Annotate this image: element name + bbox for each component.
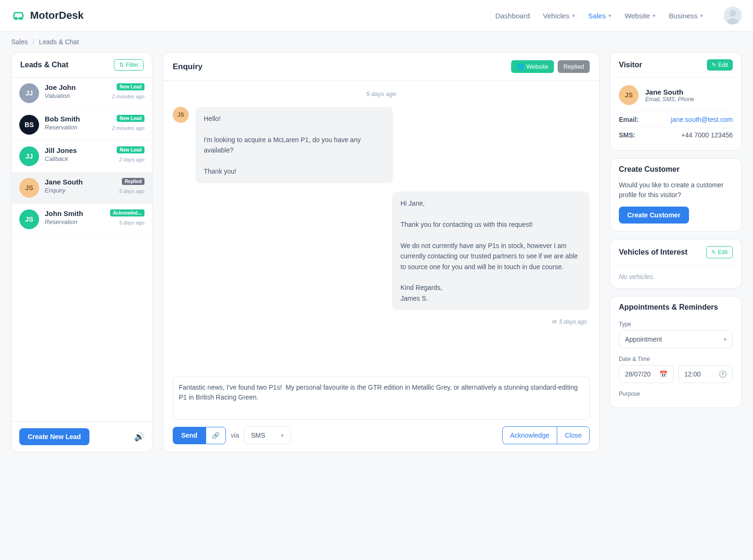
filter-icon: ⇅ bbox=[119, 62, 124, 68]
create-customer-button[interactable]: Create Customer bbox=[619, 207, 689, 224]
car-logo-icon bbox=[11, 8, 25, 23]
msg-time: ✉ 5 days ago bbox=[173, 319, 590, 325]
nav-vehicles[interactable]: Vehicles▾ bbox=[543, 12, 575, 20]
lead-avatar: BS bbox=[19, 115, 39, 135]
lead-type: Enquiry bbox=[45, 187, 65, 194]
visitor-email[interactable]: jane.south@test.com bbox=[671, 116, 733, 123]
compose-textarea[interactable] bbox=[173, 376, 590, 420]
appt-title: Appointments & Reminders bbox=[619, 303, 718, 312]
lead-name: Bob Smith bbox=[45, 115, 80, 123]
lead-item[interactable]: JS Jane South Replied Enquiry 5 days ago bbox=[12, 172, 152, 204]
lead-badge: New Lead bbox=[117, 83, 144, 90]
lead-badge: New Lead bbox=[117, 115, 144, 122]
visitor-sms: +44 7000 123456 bbox=[681, 131, 733, 139]
lead-time: 5 days ago bbox=[119, 220, 144, 225]
lead-name: Jane South bbox=[45, 178, 83, 186]
date-input[interactable]: 28/07/20 📅 bbox=[619, 365, 673, 383]
visitor-edit-button[interactable]: ✎ Edit bbox=[707, 59, 733, 71]
visitor-channels: Email, SMS, Phone bbox=[645, 96, 694, 103]
channel-select[interactable]: SMS ▾ bbox=[244, 426, 291, 444]
vehicles-title: Vehicles of Interest bbox=[619, 248, 688, 256]
nav-business[interactable]: Business▾ bbox=[669, 12, 703, 20]
chevron-down-icon: ▾ bbox=[700, 13, 703, 19]
acknowledge-button[interactable]: Acknowledge bbox=[502, 426, 557, 444]
create-customer-text: Would you like to create a customer prof… bbox=[619, 180, 733, 200]
lead-time: 2 minutes ago bbox=[112, 125, 144, 131]
chevron-down-icon: ▾ bbox=[653, 13, 656, 19]
lead-name: Joe John bbox=[45, 83, 76, 91]
lead-item[interactable]: BS Bob Smith New Lead Reservation 2 minu… bbox=[12, 109, 152, 141]
avatar-icon bbox=[724, 7, 742, 24]
send-button[interactable]: Send bbox=[173, 427, 206, 444]
close-button[interactable]: Close bbox=[557, 426, 590, 444]
lead-avatar: JS bbox=[19, 178, 39, 198]
website-badge: 🌐 Website bbox=[511, 60, 554, 73]
status-badge: Replied bbox=[558, 60, 590, 73]
lead-list: JJ Joe John New Lead Valuation 2 minutes… bbox=[12, 78, 152, 421]
msg-bubble: Hello! I'm looking to acquire a McLaren … bbox=[195, 107, 393, 183]
msg-bubble: Hi Jane, Thank you for contacting us wit… bbox=[392, 192, 590, 310]
create-lead-button[interactable]: Create New Lead bbox=[19, 428, 89, 445]
vehicles-edit-button[interactable]: ✎ Edit bbox=[706, 246, 733, 258]
breadcrumb: Sales / Leads & Chat bbox=[0, 32, 753, 52]
logo[interactable]: MotorDesk bbox=[11, 8, 84, 23]
visitor-title: Visitor bbox=[619, 61, 642, 69]
lead-name: John Smith bbox=[45, 209, 83, 217]
chevron-down-icon: ▾ bbox=[572, 13, 575, 19]
lead-name: Jill Jones bbox=[45, 146, 77, 154]
chevron-down-icon: ▾ bbox=[281, 432, 284, 439]
lead-item[interactable]: JS John Smith Acknowled... Reservation 5… bbox=[12, 204, 152, 235]
purpose-label: Purpose bbox=[619, 391, 733, 397]
breadcrumb-sales[interactable]: Sales bbox=[11, 38, 28, 46]
breadcrumb-leads[interactable]: Leads & Chat bbox=[39, 38, 79, 46]
nav-website[interactable]: Website▾ bbox=[625, 12, 656, 20]
message-outgoing: Hi Jane, Thank you for contacting us wit… bbox=[173, 192, 590, 310]
filter-button[interactable]: ⇅ Filter bbox=[114, 59, 144, 71]
chevron-down-icon: ▾ bbox=[724, 336, 727, 343]
lead-type: Valuation bbox=[45, 92, 70, 99]
clock-icon: 🕐 bbox=[719, 370, 727, 378]
lead-avatar: JS bbox=[19, 209, 39, 229]
email-label: Email: bbox=[619, 116, 639, 123]
lead-type: Reservation bbox=[45, 218, 77, 225]
mail-icon: ✉ bbox=[552, 319, 556, 325]
globe-icon: 🌐 bbox=[517, 63, 524, 70]
create-customer-title: Create Customer bbox=[619, 165, 680, 174]
visitor-avatar: JS bbox=[619, 85, 639, 105]
lead-avatar: JJ bbox=[19, 146, 39, 166]
lead-badge: New Lead bbox=[117, 146, 144, 153]
leads-panel-title: Leads & Chat bbox=[20, 61, 68, 69]
time-input[interactable]: 12:00 🕐 bbox=[678, 365, 733, 383]
lead-time: 2 minutes ago bbox=[112, 94, 144, 99]
chat-title: Enquiry bbox=[173, 62, 202, 72]
chat-date: 5 days ago bbox=[173, 90, 590, 97]
svg-point-2 bbox=[729, 10, 736, 16]
visitor-name: Jane South bbox=[645, 88, 694, 96]
lead-item[interactable]: JJ Jill Jones New Lead Callback 2 days a… bbox=[12, 141, 152, 172]
lead-badge: Acknowled... bbox=[110, 209, 144, 216]
user-avatar[interactable] bbox=[724, 7, 742, 24]
lead-time: 2 days ago bbox=[119, 157, 144, 162]
lead-item[interactable]: JJ Joe John New Lead Valuation 2 minutes… bbox=[12, 78, 152, 109]
lead-type: Reservation bbox=[45, 124, 77, 131]
link-button[interactable]: 🔗 bbox=[206, 427, 226, 444]
pencil-icon: ✎ bbox=[712, 62, 716, 68]
calendar-icon: 📅 bbox=[659, 370, 667, 378]
type-label: Type bbox=[619, 321, 733, 328]
vehicles-empty: No vehicles. bbox=[619, 273, 733, 280]
type-select[interactable]: Appointment ▾ bbox=[619, 330, 733, 348]
nav-sales[interactable]: Sales▾ bbox=[588, 12, 612, 20]
lead-badge: Replied bbox=[122, 178, 144, 185]
msg-avatar: JS bbox=[173, 107, 189, 123]
lead-type: Callback bbox=[45, 155, 68, 162]
sms-label: SMS: bbox=[619, 131, 635, 139]
via-label: via bbox=[231, 432, 239, 439]
lead-avatar: JJ bbox=[19, 83, 39, 103]
sound-icon[interactable]: 🔊 bbox=[134, 432, 144, 442]
pencil-icon: ✎ bbox=[711, 249, 716, 256]
chevron-down-icon: ▾ bbox=[609, 13, 611, 19]
message-incoming: JS Hello! I'm looking to acquire a McLar… bbox=[173, 107, 590, 183]
brand-name: MotorDesk bbox=[30, 9, 84, 22]
nav-dashboard[interactable]: Dashboard bbox=[495, 12, 529, 20]
link-icon: 🔗 bbox=[212, 432, 220, 439]
